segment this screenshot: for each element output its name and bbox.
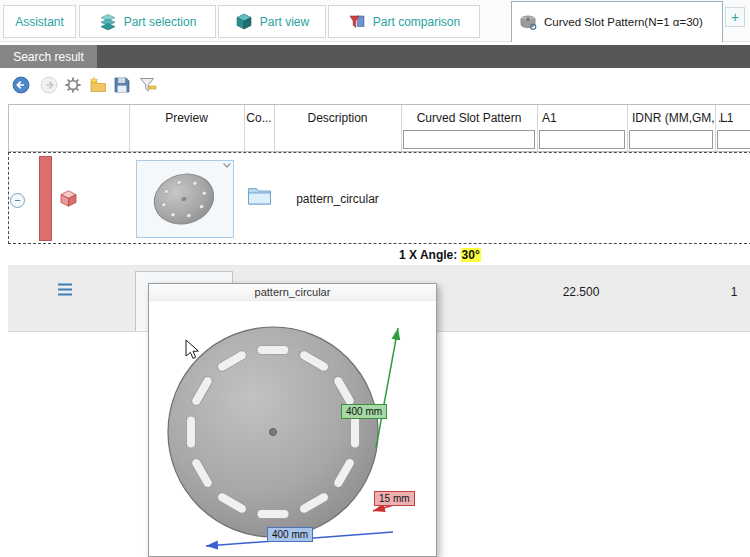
popup-3d-view[interactable]: 400 mm 15 mm 400 mm (149, 301, 436, 556)
filter-icon[interactable] (139, 76, 157, 94)
application-window: Assistant Part selection Part view Par (0, 0, 750, 557)
filter-input-idnr[interactable] (629, 130, 713, 149)
part-3d-render (149, 301, 436, 556)
result-tab-bar: Search result (0, 45, 750, 68)
a1-value-cell: 22.500 (536, 285, 626, 299)
favorites-folder-icon[interactable] (89, 76, 107, 94)
collapse-row-button[interactable]: − (10, 193, 25, 208)
cube-icon (235, 13, 253, 31)
tab-part-selection[interactable]: Part selection (79, 5, 216, 38)
column-header-curved-slot-pattern[interactable]: Curved Slot Pattern (401, 111, 537, 125)
main-tab-bar: Assistant Part selection Part view Par (0, 0, 750, 42)
column-header-l1[interactable]: L1 (720, 111, 733, 125)
new-tab-button[interactable]: + (725, 7, 745, 27)
tab-part-comparison-label: Part comparison (373, 15, 460, 29)
tab-part-view-label: Part view (260, 15, 309, 29)
column-header-description[interactable]: Description (274, 111, 401, 125)
red-cube-icon (59, 189, 78, 208)
tab-search-result[interactable]: Search result (0, 45, 97, 68)
group-angle-value[interactable]: 30° (461, 248, 481, 262)
group-count-label: 1 X Angle: (399, 248, 457, 262)
dimension-label-height: 400 mm (341, 404, 387, 419)
column-header-preview[interactable]: Preview (129, 111, 244, 125)
dimension-label-thickness: 15 mm (374, 491, 415, 506)
filter-input-curved-slot-pattern[interactable] (403, 130, 535, 149)
pattern-group-header-row: 1 X Angle: 30° (8, 244, 750, 266)
part-preview-thumbnail[interactable] (136, 160, 234, 238)
tab-curved-slot-pattern[interactable]: Curved Slot Pattern(N=1 α=30) (511, 1, 723, 42)
tab-search-result-label: Search result (13, 50, 84, 64)
result-toolbar (0, 68, 750, 102)
tab-assistant-label: Assistant (15, 15, 64, 29)
column-header-a1[interactable]: A1 (542, 111, 557, 125)
chevron-down-icon[interactable] (222, 162, 232, 169)
description-cell: pattern_circular (274, 192, 401, 206)
tab-assistant[interactable]: Assistant (3, 5, 76, 38)
y-axis-arrow (376, 328, 398, 448)
tab-part-comparison[interactable]: Part comparison (328, 5, 480, 38)
tab-part-view[interactable]: Part view (218, 5, 326, 38)
folder-icon (247, 185, 272, 206)
column-header-idnr[interactable]: IDNR (MM,GM, ... (632, 111, 728, 125)
table-row-family-selected[interactable]: − (8, 152, 750, 244)
part-icon (519, 13, 537, 31)
tab-part-selection-label: Part selection (124, 15, 197, 29)
dimension-label-width: 400 mm (267, 527, 313, 542)
save-icon[interactable] (113, 76, 131, 94)
forward-icon[interactable] (40, 76, 58, 94)
layers-icon (99, 13, 117, 31)
filter-input-a1[interactable] (539, 130, 625, 149)
settings-gear-icon[interactable] (64, 76, 82, 94)
row-menu-icon[interactable] (57, 283, 73, 296)
part-preview-popup: pattern_circular (148, 283, 437, 557)
popup-title: pattern_circular (149, 284, 436, 301)
part-thumbnail-image (137, 161, 233, 237)
compare-icon (348, 13, 366, 31)
column-separator (627, 105, 628, 153)
results-table-header: Preview Co... Description Curved Slot Pa… (8, 104, 750, 152)
selection-indicator-bar (39, 156, 52, 241)
mouse-cursor-icon (186, 340, 198, 358)
column-header-co[interactable]: Co... (242, 111, 276, 125)
disc-center-point (270, 429, 277, 436)
tab-curved-slot-pattern-label: Curved Slot Pattern(N=1 α=30) (544, 16, 703, 28)
column-separator (537, 105, 538, 153)
group-header-text: 1 X Angle: 30° (399, 248, 481, 262)
back-icon[interactable] (12, 76, 30, 94)
l1-value-cell: 1 (714, 285, 750, 299)
filter-input-l1[interactable] (717, 130, 750, 149)
